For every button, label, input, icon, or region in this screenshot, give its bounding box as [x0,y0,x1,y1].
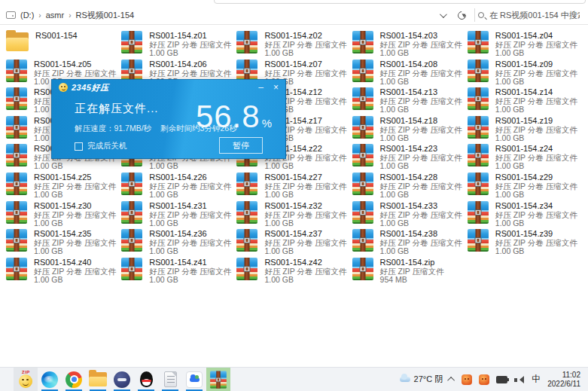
haozip-archive-icon [121,31,142,53]
file-item[interactable]: RS001-154.z28 好压 ZIP 分卷 压缩文件 1.00 GB [352,172,468,200]
qq-penguin-icon [140,371,153,387]
shutdown-checkbox[interactable] [75,142,83,151]
file-item[interactable]: RS001-154.z26 好压 ZIP 分卷 压缩文件 1.00 GB [121,172,236,200]
cropped-toolbar-edge [214,0,586,4]
file-item[interactable]: RS001-154.z23 好压 ZIP 分卷 压缩文件 1.00 GB [352,143,468,172]
close-button[interactable]: × [273,83,279,92]
taskbar-button-haozip-archive[interactable] [206,368,230,391]
file-item[interactable]: RS001-154.z19 好压 ZIP 分卷 压缩文件 1.00 GB [468,115,583,144]
file-item[interactable]: RS001-154.z08 好压 ZIP 分卷 压缩文件 1.00 GB [352,59,468,87]
taskbar-button-edge[interactable] [38,368,62,391]
file-item[interactable]: RS001-154 [6,30,121,59]
taskbar-button-chrome[interactable] [62,368,86,391]
search-box[interactable] [478,11,583,20]
file-size-label: 1.00 GB [149,191,231,199]
file-item[interactable]: RS001-154.z13 好压 ZIP 分卷 压缩文件 1.00 GB [352,87,468,115]
file-item[interactable]: RS001-154.z35 好压 ZIP 分卷 压缩文件 1.00 GB [6,228,121,257]
file-item[interactable]: RS001-154.z14 好压 ZIP 分卷 压缩文件 1.00 GB [468,87,583,115]
file-name: RS001-154.z41 [149,258,231,267]
file-item[interactable]: RS001-154.z32 好压 ZIP 分卷 压缩文件 1.00 GB [236,200,352,229]
tray-expand-chevron-icon[interactable] [447,377,455,384]
file-name: RS001-154.z34 [495,201,577,211]
taskbar-button-file-explorer[interactable] [86,368,110,391]
file-item[interactable]: RS001-154.zip 好压 ZIP 压缩文件 954 MB [352,257,468,286]
file-item[interactable]: RS001-154.z24 好压 ZIP 分卷 压缩文件 1.00 GB [468,143,583,172]
file-size-label: 1.00 GB [149,162,231,170]
file-item[interactable]: RS001-154.z30 好压 ZIP 分卷 压缩文件 1.00 GB [6,200,121,229]
haozip-archive-icon [352,173,373,195]
search-input[interactable] [489,11,580,20]
file-type-label: 好压 ZIP 分卷 压缩文件 [149,69,231,78]
clock-widget[interactable]: 11:02 2022/6/11 [547,371,580,389]
minimize-button[interactable]: – [258,83,264,92]
haozip-archive-icon [236,31,257,53]
file-size-label: 1.00 GB [149,49,231,57]
file-item[interactable]: RS001-154.z36 好压 ZIP 分卷 压缩文件 1.00 GB [121,228,236,257]
pause-button[interactable]: 暂停 [219,137,263,154]
dialog-titlebar[interactable]: 2345好压 – × [52,80,285,95]
toolbar-separator-line [0,24,588,25]
haozip-archive-icon [6,229,27,252]
file-item[interactable]: RS001-154.z34 好压 ZIP 分卷 压缩文件 1.00 GB [468,200,583,229]
weather-widget[interactable]: 27°C 阴 [400,374,443,385]
breadcrumb-drive[interactable]: (D:) [20,11,34,20]
file-item[interactable]: RS001-154.z18 好压 ZIP 分卷 压缩文件 1.00 GB [352,115,468,144]
shutdown-checkbox-row[interactable]: 完成后关机 [75,141,127,151]
notepad-icon [164,371,177,387]
haozip-archive-icon [352,229,373,252]
file-item[interactable]: RS001-154.z09 好压 ZIP 分卷 压缩文件 1.00 GB [468,59,583,87]
file-item[interactable]: RS001-154.z29 好压 ZIP 分卷 压缩文件 1.00 GB [468,172,583,200]
file-size-label: 1.00 GB [380,219,462,228]
file-item[interactable]: RS001-154.z27 好压 ZIP 分卷 压缩文件 1.00 GB [236,172,352,200]
file-size-label: 1.00 GB [34,191,116,199]
weather-condition: 阴 [434,374,443,383]
dialog-app-title: 2345好压 [72,82,108,93]
file-name: RS001-154.z33 [380,201,462,211]
tray-device-icon[interactable] [496,376,507,383]
taskbar-button-notepad[interactable] [158,368,182,391]
haozip-archive-icon [468,201,489,224]
taskbar-button-haozip-smiley[interactable]: ZIP [14,368,38,391]
taskbar-button-baidu-netdisk[interactable] [182,368,206,391]
extract-percent-unit: % [262,117,272,130]
file-item[interactable]: RS001-154.z38 好压 ZIP 分卷 压缩文件 1.00 GB [352,228,468,257]
file-name: RS001-154.z19 [495,116,577,126]
file-size-label: 1.00 GB [149,276,231,284]
taskbar-button-qq[interactable] [134,368,158,391]
file-item[interactable]: RS001-154.z39 好压 ZIP 分卷 压缩文件 1.00 GB [468,228,583,257]
breadcrumb-separator: › [38,11,41,20]
file-item[interactable]: RS001-154.z04 好压 ZIP 分卷 压缩文件 1.00 GB [468,30,583,59]
file-item[interactable]: RS001-154.z37 好压 ZIP 分卷 压缩文件 1.00 GB [236,228,352,257]
weather-temp: 27°C [414,374,433,383]
file-size-label: 1.00 GB [34,247,116,255]
haozip-archive-icon [121,258,142,280]
file-name: RS001-154.z31 [149,201,231,211]
address-dropdown-button[interactable] [432,8,452,23]
file-size-label: 1.00 GB [495,105,577,114]
file-name: RS001-154.z42 [264,258,346,267]
breadcrumb-segment-asmr[interactable]: asmr [46,11,64,20]
file-item[interactable]: RS001-154.z40 好压 ZIP 分卷 压缩文件 1.00 GB [6,257,121,286]
taskbar-button-circle-player-app[interactable] [110,368,134,391]
file-item[interactable]: RS001-154.z41 好压 ZIP 分卷 压缩文件 1.00 GB [121,257,236,286]
haozip-archive-icon [352,201,373,224]
file-item[interactable]: RS001-154.z31 好压 ZIP 分卷 压缩文件 1.00 GB [121,200,236,229]
file-name: RS001-154.z32 [264,201,346,211]
search-icon [478,12,484,18]
file-name: RS001-154.z05 [34,60,116,69]
refresh-button[interactable] [452,8,471,23]
file-item[interactable]: RS001-154.z02 好压 ZIP 分卷 压缩文件 1.00 GB [236,30,352,59]
tray-app-icon-2[interactable] [479,374,489,385]
file-item[interactable]: RS001-154.z03 好压 ZIP 分卷 压缩文件 1.00 GB [352,30,468,59]
file-name: RS001-154.zip [380,258,444,267]
tray-app-icon-1[interactable] [462,374,472,385]
breadcrumb-segment-folder[interactable]: RS视频001-154 [75,10,134,21]
volume-icon[interactable] [514,375,525,384]
file-item[interactable]: RS001-154.z42 好压 ZIP 分卷 压缩文件 1.00 GB [236,257,352,286]
file-item[interactable]: RS001-154.z01 好压 ZIP 分卷 压缩文件 1.00 GB [121,30,236,59]
file-size-label: 1.00 GB [495,78,577,86]
ime-indicator[interactable]: 中 [532,373,541,386]
file-item[interactable]: RS001-154.z33 好压 ZIP 分卷 压缩文件 1.00 GB [352,200,468,229]
file-name: RS001-154.z06 [149,60,231,69]
file-item[interactable]: RS001-154.z25 好压 ZIP 分卷 压缩文件 1.00 GB [6,172,121,200]
